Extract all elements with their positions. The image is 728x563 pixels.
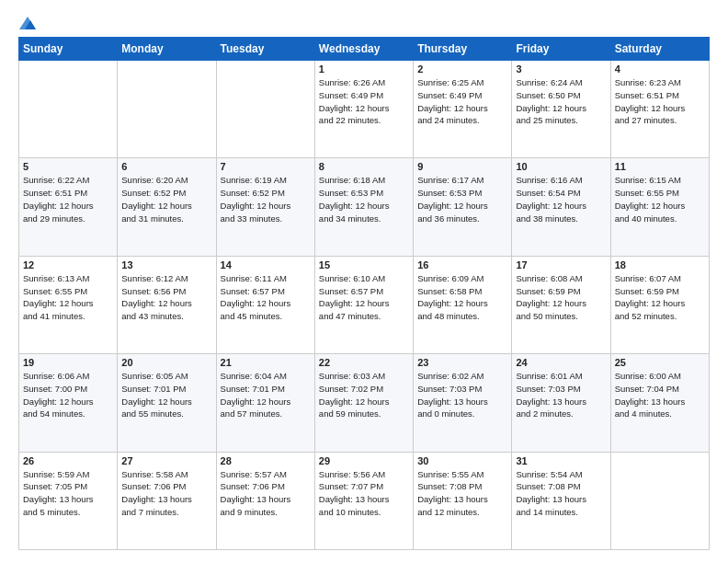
cell-info: Sunrise: 6:01 AM Sunset: 7:03 PM Dayligh…	[516, 370, 606, 420]
calendar-cell: 8Sunrise: 6:18 AM Sunset: 6:53 PM Daylig…	[314, 158, 413, 256]
calendar-cell	[610, 452, 709, 549]
calendar-cell: 19Sunrise: 6:06 AM Sunset: 7:00 PM Dayli…	[19, 354, 118, 452]
cell-day-number: 6	[121, 161, 211, 172]
cell-day-number: 24	[516, 357, 606, 368]
calendar-body: 1Sunrise: 6:26 AM Sunset: 6:49 PM Daylig…	[19, 61, 710, 550]
header-row: SundayMondayTuesdayWednesdayThursdayFrid…	[19, 38, 710, 61]
calendar-cell: 25Sunrise: 6:00 AM Sunset: 7:04 PM Dayli…	[610, 354, 709, 452]
calendar-cell	[216, 61, 314, 158]
cell-info: Sunrise: 6:22 AM Sunset: 6:51 PM Dayligh…	[23, 174, 113, 224]
calendar-cell: 20Sunrise: 6:05 AM Sunset: 7:01 PM Dayli…	[118, 354, 216, 452]
calendar-header: SundayMondayTuesdayWednesdayThursdayFrid…	[19, 38, 710, 61]
calendar-cell: 9Sunrise: 6:17 AM Sunset: 6:53 PM Daylig…	[414, 158, 512, 256]
calendar-cell: 6Sunrise: 6:20 AM Sunset: 6:52 PM Daylig…	[118, 158, 216, 256]
cell-info: Sunrise: 5:54 AM Sunset: 7:08 PM Dayligh…	[516, 468, 606, 519]
calendar-cell: 16Sunrise: 6:09 AM Sunset: 6:58 PM Dayli…	[414, 256, 512, 353]
calendar-cell	[19, 61, 118, 158]
cell-day-number: 8	[319, 161, 409, 172]
header-cell-friday: Friday	[512, 38, 610, 61]
calendar-cell: 5Sunrise: 6:22 AM Sunset: 6:51 PM Daylig…	[19, 158, 118, 256]
cell-day-number: 26	[23, 455, 113, 466]
cell-day-number: 4	[615, 63, 705, 75]
logo-icon	[19, 17, 36, 29]
calendar-cell: 21Sunrise: 6:04 AM Sunset: 7:01 PM Dayli…	[216, 354, 314, 452]
cell-day-number: 15	[319, 259, 409, 270]
header-cell-tuesday: Tuesday	[216, 38, 314, 61]
calendar-cell: 7Sunrise: 6:19 AM Sunset: 6:52 PM Daylig…	[216, 158, 314, 256]
logo-text	[18, 17, 37, 29]
header-cell-wednesday: Wednesday	[314, 38, 413, 61]
calendar-cell: 18Sunrise: 6:07 AM Sunset: 6:59 PM Dayli…	[610, 256, 709, 353]
cell-day-number: 21	[221, 357, 311, 368]
cell-info: Sunrise: 6:09 AM Sunset: 6:58 PM Dayligh…	[417, 272, 507, 323]
cell-info: Sunrise: 6:23 AM Sunset: 6:51 PM Dayligh…	[615, 76, 705, 127]
calendar-row-4: 26Sunrise: 5:59 AM Sunset: 7:05 PM Dayli…	[19, 452, 710, 549]
cell-day-number: 2	[417, 63, 507, 75]
calendar-cell: 2Sunrise: 6:25 AM Sunset: 6:49 PM Daylig…	[414, 61, 512, 158]
cell-info: Sunrise: 6:18 AM Sunset: 6:53 PM Dayligh…	[319, 174, 409, 224]
cell-day-number: 23	[417, 357, 507, 368]
cell-info: Sunrise: 5:55 AM Sunset: 7:08 PM Dayligh…	[417, 468, 507, 519]
cell-day-number: 16	[417, 259, 507, 270]
cell-day-number: 14	[221, 259, 311, 270]
cell-day-number: 19	[23, 357, 113, 368]
calendar-table: SundayMondayTuesdayWednesdayThursdayFrid…	[18, 37, 710, 550]
cell-info: Sunrise: 6:26 AM Sunset: 6:49 PM Dayligh…	[319, 76, 409, 127]
cell-info: Sunrise: 6:03 AM Sunset: 7:02 PM Dayligh…	[319, 370, 409, 420]
cell-day-number: 22	[319, 357, 409, 368]
cell-info: Sunrise: 6:24 AM Sunset: 6:50 PM Dayligh…	[516, 76, 606, 127]
header-cell-monday: Monday	[118, 38, 216, 61]
cell-info: Sunrise: 6:06 AM Sunset: 7:00 PM Dayligh…	[23, 370, 113, 420]
calendar-cell: 17Sunrise: 6:08 AM Sunset: 6:59 PM Dayli…	[512, 256, 610, 353]
cell-day-number: 20	[121, 357, 211, 368]
cell-day-number: 13	[121, 259, 211, 270]
calendar-row-1: 5Sunrise: 6:22 AM Sunset: 6:51 PM Daylig…	[19, 158, 710, 256]
cell-day-number: 27	[121, 455, 211, 466]
calendar-cell: 10Sunrise: 6:16 AM Sunset: 6:54 PM Dayli…	[512, 158, 610, 256]
cell-info: Sunrise: 6:07 AM Sunset: 6:59 PM Dayligh…	[615, 272, 705, 323]
calendar-cell: 29Sunrise: 5:56 AM Sunset: 7:07 PM Dayli…	[314, 452, 413, 549]
cell-info: Sunrise: 6:15 AM Sunset: 6:55 PM Dayligh…	[615, 174, 705, 224]
cell-info: Sunrise: 6:08 AM Sunset: 6:59 PM Dayligh…	[516, 272, 606, 323]
calendar-row-2: 12Sunrise: 6:13 AM Sunset: 6:55 PM Dayli…	[19, 256, 710, 353]
cell-info: Sunrise: 6:12 AM Sunset: 6:56 PM Dayligh…	[121, 272, 211, 323]
cell-day-number: 31	[516, 455, 606, 466]
calendar-cell: 15Sunrise: 6:10 AM Sunset: 6:57 PM Dayli…	[314, 256, 413, 353]
calendar-cell	[118, 61, 216, 158]
cell-info: Sunrise: 6:19 AM Sunset: 6:52 PM Dayligh…	[221, 174, 311, 224]
calendar-cell: 26Sunrise: 5:59 AM Sunset: 7:05 PM Dayli…	[19, 452, 118, 549]
calendar-cell: 3Sunrise: 6:24 AM Sunset: 6:50 PM Daylig…	[512, 61, 610, 158]
cell-info: Sunrise: 6:00 AM Sunset: 7:04 PM Dayligh…	[615, 370, 705, 420]
logo	[18, 17, 37, 29]
cell-day-number: 11	[615, 161, 705, 172]
calendar-cell: 1Sunrise: 6:26 AM Sunset: 6:49 PM Daylig…	[314, 61, 413, 158]
page: SundayMondayTuesdayWednesdayThursdayFrid…	[0, 0, 728, 563]
cell-info: Sunrise: 6:17 AM Sunset: 6:53 PM Dayligh…	[417, 174, 507, 224]
cell-day-number: 28	[221, 455, 311, 466]
cell-info: Sunrise: 6:05 AM Sunset: 7:01 PM Dayligh…	[121, 370, 211, 420]
cell-day-number: 9	[417, 161, 507, 172]
cell-day-number: 3	[516, 63, 606, 75]
calendar-cell: 23Sunrise: 6:02 AM Sunset: 7:03 PM Dayli…	[414, 354, 512, 452]
calendar-cell: 28Sunrise: 5:57 AM Sunset: 7:06 PM Dayli…	[216, 452, 314, 549]
calendar-cell: 30Sunrise: 5:55 AM Sunset: 7:08 PM Dayli…	[414, 452, 512, 549]
cell-day-number: 25	[615, 357, 705, 368]
calendar-cell: 31Sunrise: 5:54 AM Sunset: 7:08 PM Dayli…	[512, 452, 610, 549]
header	[18, 17, 710, 29]
cell-day-number: 18	[615, 259, 705, 270]
calendar-row-3: 19Sunrise: 6:06 AM Sunset: 7:00 PM Dayli…	[19, 354, 710, 452]
cell-info: Sunrise: 6:16 AM Sunset: 6:54 PM Dayligh…	[516, 174, 606, 224]
calendar-cell: 14Sunrise: 6:11 AM Sunset: 6:57 PM Dayli…	[216, 256, 314, 353]
cell-info: Sunrise: 6:25 AM Sunset: 6:49 PM Dayligh…	[417, 76, 507, 127]
header-cell-thursday: Thursday	[414, 38, 512, 61]
cell-day-number: 29	[319, 455, 409, 466]
calendar-cell: 4Sunrise: 6:23 AM Sunset: 6:51 PM Daylig…	[610, 61, 709, 158]
cell-info: Sunrise: 6:11 AM Sunset: 6:57 PM Dayligh…	[221, 272, 311, 323]
cell-day-number: 5	[23, 161, 113, 172]
calendar-cell: 11Sunrise: 6:15 AM Sunset: 6:55 PM Dayli…	[610, 158, 709, 256]
cell-info: Sunrise: 6:10 AM Sunset: 6:57 PM Dayligh…	[319, 272, 409, 323]
calendar-row-0: 1Sunrise: 6:26 AM Sunset: 6:49 PM Daylig…	[19, 61, 710, 158]
calendar-cell: 22Sunrise: 6:03 AM Sunset: 7:02 PM Dayli…	[314, 354, 413, 452]
cell-info: Sunrise: 5:57 AM Sunset: 7:06 PM Dayligh…	[221, 468, 311, 519]
cell-info: Sunrise: 6:02 AM Sunset: 7:03 PM Dayligh…	[417, 370, 507, 420]
